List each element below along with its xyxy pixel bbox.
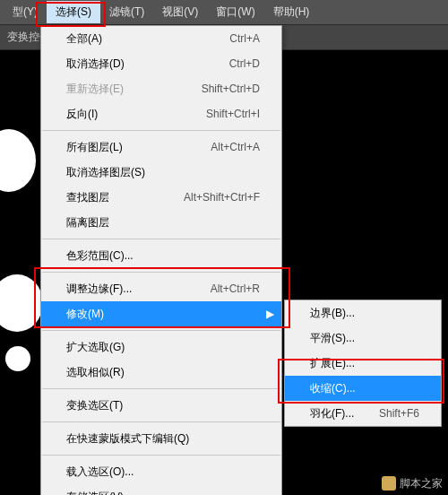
menubar-item-select[interactable]: 选择(S) [47,1,100,23]
menubar-item-filter[interactable]: 滤镜(T) [100,1,153,23]
canvas-shape [0,274,43,332]
watermark-logo-icon [382,476,396,491]
menu-item-inverse[interactable]: 反向(I)Shift+Ctrl+I [41,101,281,126]
menu-item-load-selection[interactable]: 载入选区(O)... [41,459,281,484]
menu-item-all-layers[interactable]: 所有图层(L)Alt+Ctrl+A [41,135,281,160]
menubar-item-view[interactable]: 视图(V) [153,1,207,23]
menu-item-deselect[interactable]: 取消选择(D)Ctrl+D [41,51,281,76]
submenu-item-contract[interactable]: 收缩(C)... [285,376,441,401]
menu-item-color-range[interactable]: 色彩范围(C)... [41,243,281,268]
submenu-arrow-icon: ▶ [266,308,274,320]
menu-separator [42,421,280,422]
menubar: 型(Y) 选择(S) 滤镜(T) 视图(V) 窗口(W) 帮助(H) [0,0,448,25]
submenu-item-feather[interactable]: 羽化(F)...Shift+F6 [285,401,441,426]
submenu-item-expand[interactable]: 扩展(E)... [285,351,441,376]
menu-item-deselect-layers[interactable]: 取消选择图层(S) [41,160,281,185]
canvas-shape [0,129,36,192]
menu-item-all[interactable]: 全部(A)Ctrl+A [41,26,281,51]
menu-item-similar[interactable]: 选取相似(R) [41,360,281,385]
submenu-item-border[interactable]: 边界(B)... [285,300,441,326]
modify-submenu: 边界(B)... 平滑(S)... 扩展(E)... 收缩(C)... 羽化(F… [284,300,442,427]
menu-separator [42,455,280,456]
menu-separator [42,239,280,239]
menu-separator [42,130,280,131]
menubar-item-window[interactable]: 窗口(W) [207,1,263,23]
menu-item-transform-selection[interactable]: 变换选区(T) [41,393,281,418]
menu-separator [42,330,280,331]
menu-separator [42,272,280,273]
menu-item-refine-edge[interactable]: 调整边缘(F)...Alt+Ctrl+R [41,276,281,301]
watermark: 脚本之家 [382,475,443,491]
menubar-item-type[interactable]: 型(Y) [4,1,47,23]
canvas-shape [5,346,30,371]
menu-item-grow[interactable]: 扩大选取(G) [41,334,281,360]
menu-item-modify[interactable]: 修改(M)▶ [41,301,281,326]
menu-separator [42,388,280,389]
menubar-item-help[interactable]: 帮助(H) [264,1,319,23]
menu-item-quick-mask[interactable]: 在快速蒙版模式下编辑(Q) [41,426,281,451]
menu-item-reselect: 重新选择(E)Shift+Ctrl+D [41,76,281,101]
menu-item-save-selection[interactable]: 存储选区(V)... [41,484,281,495]
menu-item-find-layers[interactable]: 查找图层Alt+Shift+Ctrl+F [41,185,281,210]
submenu-item-smooth[interactable]: 平滑(S)... [285,326,441,351]
menu-item-isolate-layers[interactable]: 隔离图层 [41,210,281,235]
select-menu: 全部(A)Ctrl+A 取消选择(D)Ctrl+D 重新选择(E)Shift+C… [40,25,282,495]
